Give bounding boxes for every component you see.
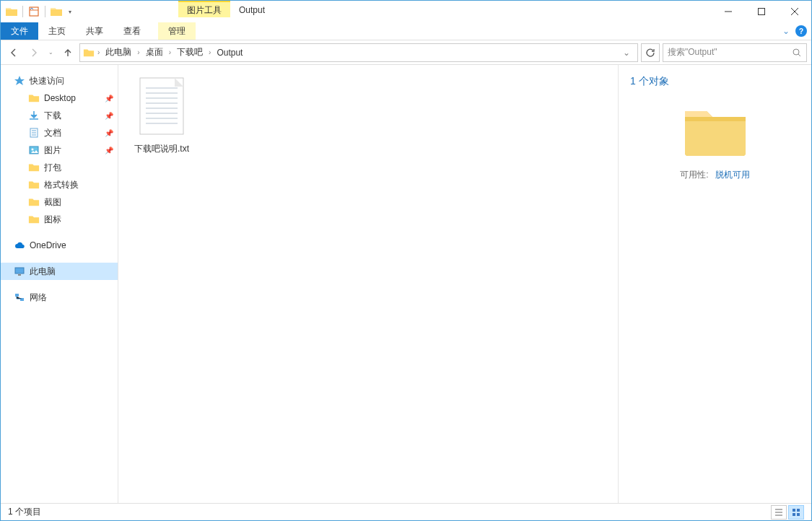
tree-item-documents[interactable]: 文档 📌 (1, 124, 118, 141)
quick-access-toolbar: ▾ (1, 1, 77, 22)
file-name: 下载吧说明.txt (126, 143, 198, 155)
breadcrumb-item[interactable]: 此电脑 (102, 45, 134, 60)
svg-rect-8 (15, 294, 19, 297)
tree-label: OneDrive (30, 240, 66, 250)
chevron-right-icon[interactable]: › (167, 48, 173, 56)
icons-view-button[interactable] (788, 505, 804, 520)
close-button[interactable] (778, 1, 811, 22)
ribbon-collapse-icon[interactable]: ⌄ (782, 26, 790, 36)
search-input[interactable]: 搜索"Output" (663, 43, 807, 62)
address-bar[interactable]: › 此电脑 › 桌面 › 下载吧 › Output ⌄ (79, 43, 638, 62)
document-icon (28, 127, 40, 139)
download-icon (28, 110, 40, 121)
folder-icon (28, 196, 40, 208)
help-icon[interactable]: ? (795, 25, 807, 37)
folder-icon (28, 162, 40, 173)
prop-key: 可用性: (680, 170, 708, 180)
svg-point-5 (32, 149, 34, 151)
folder-large-icon (681, 101, 750, 159)
chevron-right-icon[interactable]: › (96, 48, 101, 56)
tree-item-pack[interactable]: 打包 (1, 159, 118, 176)
prop-value: 脱机可用 (715, 170, 750, 180)
status-bar: 1 个项目 (1, 503, 811, 520)
chevron-right-icon[interactable]: › (136, 48, 141, 56)
tree-label: Desktop (44, 93, 76, 103)
address-dropdown-icon[interactable]: ⌄ (619, 48, 634, 58)
ribbon-tab-file[interactable]: 文件 (1, 22, 38, 40)
folder-icon (28, 92, 40, 104)
cloud-icon (14, 240, 25, 251)
tree-label: 图片 (44, 144, 61, 157)
qat-properties-icon[interactable] (26, 4, 42, 19)
tree-label: 图标 (44, 214, 61, 226)
maximize-button[interactable] (745, 1, 778, 22)
tree-label: 网络 (30, 292, 47, 304)
pin-icon: 📌 (105, 129, 113, 137)
window-title: Output (230, 1, 712, 22)
tree-label: 打包 (44, 162, 61, 174)
tree-item-pictures[interactable]: 图片 📌 (1, 141, 118, 159)
navigation-tree: 快速访问 Desktop 📌 下载 📌 文档 📌 图片 📌 打包 格 (1, 65, 118, 503)
svg-rect-22 (797, 513, 800, 516)
separator (22, 6, 23, 17)
details-header: 1 个对象 (630, 75, 800, 88)
separator (45, 6, 45, 17)
up-button[interactable] (59, 44, 77, 61)
file-list[interactable]: 下载吧说明.txt (118, 65, 618, 503)
tree-item-downloads[interactable]: 下载 📌 (1, 107, 118, 124)
tree-label: 此电脑 (30, 266, 56, 278)
qat-dropdown-icon[interactable]: ▾ (66, 9, 74, 15)
tree-item-convert[interactable]: 格式转换 (1, 176, 118, 193)
back-button[interactable] (5, 44, 22, 61)
tree-onedrive[interactable]: OneDrive (1, 237, 118, 254)
tree-quick-access[interactable]: 快速访问 (1, 72, 118, 89)
main-area: 快速访问 Desktop 📌 下载 📌 文档 📌 图片 📌 打包 格 (1, 65, 811, 503)
pictures-icon (28, 144, 40, 156)
view-switcher (771, 505, 804, 520)
svg-rect-20 (797, 509, 800, 512)
ribbon-tab-share[interactable]: 共享 (76, 22, 113, 40)
text-file-icon (136, 75, 188, 139)
contextual-tab-group: 图片工具 (178, 1, 230, 17)
ribbon-right: ⌄ ? (782, 22, 811, 40)
search-placeholder: 搜索"Output" (668, 46, 717, 58)
address-folder-icon (83, 47, 95, 58)
forward-button[interactable] (25, 44, 43, 61)
tree-item-screenshot[interactable]: 截图 (1, 193, 118, 211)
svg-rect-1 (759, 9, 765, 15)
breadcrumb-item[interactable]: 桌面 (143, 45, 166, 60)
monitor-icon (14, 266, 25, 277)
tree-label: 格式转换 (44, 179, 79, 191)
tree-label: 截图 (44, 196, 61, 209)
breadcrumb-item[interactable]: 下载吧 (174, 45, 206, 60)
tree-this-pc[interactable]: 此电脑 (1, 263, 118, 280)
svg-point-2 (793, 49, 799, 55)
folder-icon (28, 214, 40, 225)
network-icon (14, 292, 25, 303)
chevron-right-icon[interactable]: › (207, 48, 212, 56)
ribbon-tab-home[interactable]: 主页 (38, 22, 76, 40)
breadcrumb-item[interactable]: Output (214, 46, 245, 59)
navigation-bar: ⌄ › 此电脑 › 桌面 › 下载吧 › Output ⌄ 搜索"Output" (1, 40, 811, 65)
app-folder-icon (4, 4, 19, 19)
tree-item-icons[interactable]: 图标 (1, 211, 118, 228)
qat-folder-icon[interactable] (48, 4, 64, 19)
search-icon (792, 48, 802, 58)
tree-label: 快速访问 (30, 75, 64, 87)
minimize-button[interactable] (712, 1, 745, 22)
tree-network[interactable]: 网络 (1, 289, 118, 306)
tree-item-desktop[interactable]: Desktop 📌 (1, 89, 118, 107)
ribbon-tab-view[interactable]: 查看 (113, 22, 151, 40)
history-dropdown-icon[interactable]: ⌄ (45, 49, 56, 56)
tree-label: 文档 (44, 127, 61, 139)
status-text: 1 个项目 (8, 506, 41, 518)
titlebar: ▾ 图片工具 Output (1, 1, 811, 22)
window-controls (712, 1, 811, 22)
refresh-button[interactable] (641, 43, 660, 62)
file-item[interactable]: 下载吧说明.txt (126, 75, 198, 155)
details-view-button[interactable] (771, 505, 787, 520)
pin-icon: 📌 (105, 112, 113, 120)
tree-label: 下载 (44, 110, 61, 122)
ribbon-tab-manage[interactable]: 管理 (158, 22, 196, 40)
folder-icon (28, 179, 40, 191)
